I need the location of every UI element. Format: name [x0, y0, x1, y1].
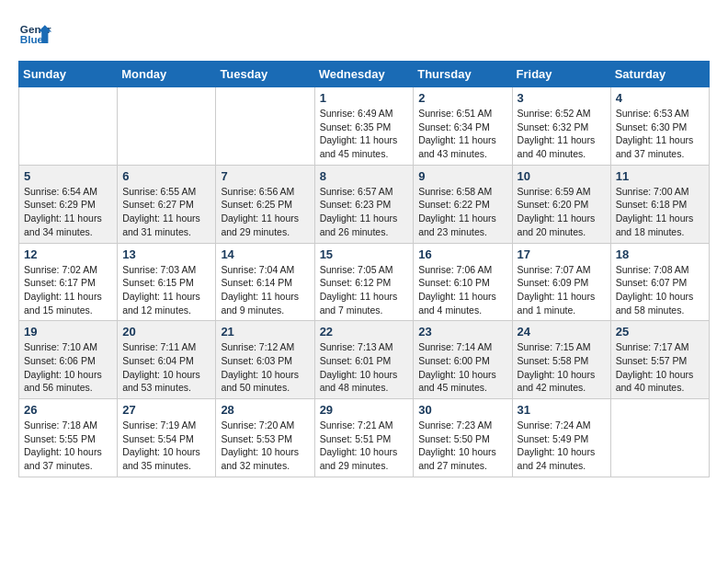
- day-info: Sunrise: 7:15 AM Sunset: 5:58 PM Dayligh…: [518, 340, 606, 395]
- calendar-header-row: SundayMondayTuesdayWednesdayThursdayFrid…: [19, 62, 710, 87]
- day-number: 8: [320, 169, 409, 183]
- day-info: Sunrise: 6:59 AM Sunset: 6:20 PM Dayligh…: [518, 185, 606, 239]
- day-info: Sunrise: 7:12 AM Sunset: 6:03 PM Dayligh…: [221, 340, 309, 395]
- day-number: 1: [320, 91, 409, 105]
- svg-text:Blue: Blue: [20, 33, 44, 45]
- calendar-cell: 10Sunrise: 6:59 AM Sunset: 6:20 PM Dayli…: [512, 165, 610, 243]
- logo-icon: General Blue: [18, 18, 51, 52]
- calendar-header-sunday: Sunday: [19, 62, 118, 87]
- calendar-cell: 5Sunrise: 6:54 AM Sunset: 6:29 PM Daylig…: [19, 165, 118, 243]
- day-info: Sunrise: 6:54 AM Sunset: 6:29 PM Dayligh…: [24, 185, 112, 239]
- calendar-cell: [118, 87, 216, 166]
- day-number: 4: [616, 91, 704, 105]
- day-info: Sunrise: 7:10 AM Sunset: 6:06 PM Dayligh…: [24, 340, 112, 395]
- calendar-header-friday: Friday: [512, 62, 610, 87]
- day-number: 5: [24, 169, 112, 183]
- calendar-cell: 21Sunrise: 7:12 AM Sunset: 6:03 PM Dayli…: [216, 321, 314, 399]
- day-number: 27: [122, 403, 210, 417]
- day-number: 25: [616, 325, 704, 339]
- calendar-cell: 8Sunrise: 6:57 AM Sunset: 6:23 PM Daylig…: [314, 165, 414, 243]
- day-info: Sunrise: 7:21 AM Sunset: 5:51 PM Dayligh…: [320, 419, 409, 473]
- day-number: 2: [418, 91, 506, 105]
- calendar-cell: 28Sunrise: 7:20 AM Sunset: 5:53 PM Dayli…: [216, 399, 314, 477]
- calendar-header-monday: Monday: [118, 62, 216, 87]
- day-info: Sunrise: 6:57 AM Sunset: 6:23 PM Dayligh…: [320, 185, 409, 239]
- calendar-cell: 27Sunrise: 7:19 AM Sunset: 5:54 PM Dayli…: [118, 399, 216, 477]
- day-number: 20: [122, 325, 210, 339]
- day-number: 16: [418, 247, 506, 261]
- day-info: Sunrise: 6:52 AM Sunset: 6:32 PM Dayligh…: [518, 107, 606, 161]
- day-info: Sunrise: 7:02 AM Sunset: 6:17 PM Dayligh…: [24, 263, 112, 317]
- calendar-cell: [610, 399, 709, 477]
- calendar-cell: 11Sunrise: 7:00 AM Sunset: 6:18 PM Dayli…: [610, 165, 709, 243]
- calendar-cell: 20Sunrise: 7:11 AM Sunset: 6:04 PM Dayli…: [118, 321, 216, 399]
- calendar-cell: 26Sunrise: 7:18 AM Sunset: 5:55 PM Dayli…: [19, 399, 118, 477]
- day-info: Sunrise: 7:03 AM Sunset: 6:15 PM Dayligh…: [122, 263, 210, 317]
- calendar-cell: 1Sunrise: 6:49 AM Sunset: 6:35 PM Daylig…: [314, 87, 414, 166]
- day-number: 18: [616, 247, 704, 261]
- calendar-header-thursday: Thursday: [414, 62, 512, 87]
- day-number: 13: [122, 247, 210, 261]
- calendar-cell: 2Sunrise: 6:51 AM Sunset: 6:34 PM Daylig…: [414, 87, 512, 166]
- day-number: 31: [518, 403, 606, 417]
- day-number: 17: [518, 247, 606, 261]
- day-number: 3: [518, 91, 606, 105]
- calendar-header-saturday: Saturday: [610, 62, 709, 87]
- calendar-cell: [19, 87, 118, 166]
- calendar-cell: 14Sunrise: 7:04 AM Sunset: 6:14 PM Dayli…: [216, 243, 314, 321]
- day-number: 10: [518, 169, 606, 183]
- calendar-cell: 31Sunrise: 7:24 AM Sunset: 5:49 PM Dayli…: [512, 399, 610, 477]
- calendar-cell: 22Sunrise: 7:13 AM Sunset: 6:01 PM Dayli…: [314, 321, 414, 399]
- day-info: Sunrise: 7:17 AM Sunset: 5:57 PM Dayligh…: [616, 340, 704, 395]
- calendar-cell: 9Sunrise: 6:58 AM Sunset: 6:22 PM Daylig…: [414, 165, 512, 243]
- day-info: Sunrise: 7:05 AM Sunset: 6:12 PM Dayligh…: [320, 263, 409, 317]
- day-number: 23: [418, 325, 506, 339]
- calendar-header-tuesday: Tuesday: [216, 62, 314, 87]
- calendar-cell: 19Sunrise: 7:10 AM Sunset: 6:06 PM Dayli…: [19, 321, 118, 399]
- day-number: 28: [221, 403, 309, 417]
- day-number: 6: [122, 169, 210, 183]
- calendar-table: SundayMondayTuesdayWednesdayThursdayFrid…: [18, 61, 710, 477]
- day-info: Sunrise: 7:18 AM Sunset: 5:55 PM Dayligh…: [24, 419, 112, 473]
- calendar-cell: 23Sunrise: 7:14 AM Sunset: 6:00 PM Dayli…: [414, 321, 512, 399]
- day-info: Sunrise: 7:14 AM Sunset: 6:00 PM Dayligh…: [418, 340, 506, 395]
- day-number: 12: [24, 247, 112, 261]
- day-number: 19: [24, 325, 112, 339]
- calendar-week-4: 19Sunrise: 7:10 AM Sunset: 6:06 PM Dayli…: [19, 321, 710, 399]
- calendar-cell: 13Sunrise: 7:03 AM Sunset: 6:15 PM Dayli…: [118, 243, 216, 321]
- day-number: 24: [518, 325, 606, 339]
- day-info: Sunrise: 7:06 AM Sunset: 6:10 PM Dayligh…: [418, 263, 506, 317]
- day-number: 7: [221, 169, 309, 183]
- day-info: Sunrise: 7:04 AM Sunset: 6:14 PM Dayligh…: [221, 263, 309, 317]
- calendar-header-wednesday: Wednesday: [314, 62, 414, 87]
- calendar-cell: 25Sunrise: 7:17 AM Sunset: 5:57 PM Dayli…: [610, 321, 709, 399]
- calendar-week-2: 5Sunrise: 6:54 AM Sunset: 6:29 PM Daylig…: [19, 165, 710, 243]
- calendar-cell: 3Sunrise: 6:52 AM Sunset: 6:32 PM Daylig…: [512, 87, 610, 166]
- day-info: Sunrise: 6:49 AM Sunset: 6:35 PM Dayligh…: [320, 107, 409, 161]
- day-info: Sunrise: 6:53 AM Sunset: 6:30 PM Dayligh…: [616, 107, 704, 161]
- calendar-week-1: 1Sunrise: 6:49 AM Sunset: 6:35 PM Daylig…: [19, 87, 710, 166]
- page-header: General Blue: [18, 18, 710, 52]
- day-info: Sunrise: 7:07 AM Sunset: 6:09 PM Dayligh…: [518, 263, 606, 317]
- day-info: Sunrise: 6:55 AM Sunset: 6:27 PM Dayligh…: [122, 185, 210, 239]
- calendar-cell: [216, 87, 314, 166]
- day-info: Sunrise: 7:00 AM Sunset: 6:18 PM Dayligh…: [616, 185, 704, 239]
- calendar-cell: 17Sunrise: 7:07 AM Sunset: 6:09 PM Dayli…: [512, 243, 610, 321]
- calendar-cell: 4Sunrise: 6:53 AM Sunset: 6:30 PM Daylig…: [610, 87, 709, 166]
- day-info: Sunrise: 7:24 AM Sunset: 5:49 PM Dayligh…: [518, 419, 606, 473]
- calendar-cell: 29Sunrise: 7:21 AM Sunset: 5:51 PM Dayli…: [314, 399, 414, 477]
- day-number: 15: [320, 247, 409, 261]
- calendar-cell: 7Sunrise: 6:56 AM Sunset: 6:25 PM Daylig…: [216, 165, 314, 243]
- day-number: 11: [616, 169, 704, 183]
- day-info: Sunrise: 7:20 AM Sunset: 5:53 PM Dayligh…: [221, 419, 309, 473]
- calendar-week-3: 12Sunrise: 7:02 AM Sunset: 6:17 PM Dayli…: [19, 243, 710, 321]
- calendar-cell: 16Sunrise: 7:06 AM Sunset: 6:10 PM Dayli…: [414, 243, 512, 321]
- day-number: 30: [418, 403, 506, 417]
- calendar-week-5: 26Sunrise: 7:18 AM Sunset: 5:55 PM Dayli…: [19, 399, 710, 477]
- logo: General Blue: [18, 18, 51, 52]
- day-info: Sunrise: 6:58 AM Sunset: 6:22 PM Dayligh…: [418, 185, 506, 239]
- day-info: Sunrise: 7:19 AM Sunset: 5:54 PM Dayligh…: [122, 419, 210, 473]
- calendar-cell: 18Sunrise: 7:08 AM Sunset: 6:07 PM Dayli…: [610, 243, 709, 321]
- calendar-cell: 6Sunrise: 6:55 AM Sunset: 6:27 PM Daylig…: [118, 165, 216, 243]
- day-info: Sunrise: 6:51 AM Sunset: 6:34 PM Dayligh…: [418, 107, 506, 161]
